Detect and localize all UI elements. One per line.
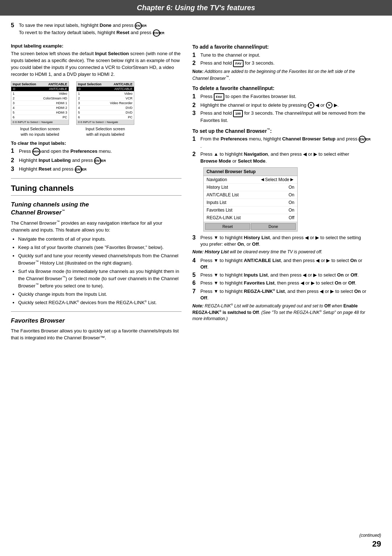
screen1-row-2: 2ColorStream HD <box>11 96 69 101</box>
divider-2 <box>11 195 181 196</box>
right-column: To add a favorite channel/input: 1 Tune … <box>192 40 367 344</box>
features-list: Navigate the contents of all of your inp… <box>11 236 181 306</box>
del-fav-step-3-text: Press and hold 100 for 3 seconds. The ch… <box>200 110 367 124</box>
page-footer: (continued) 29 <box>359 533 381 549</box>
cb-step-5-num: 5 <box>192 272 198 278</box>
favorites-browser-body: The Favorites Browser allows you to quic… <box>11 328 181 342</box>
chapter-title: Chapter 6: Using the TV's features <box>0 4 392 12</box>
cbs-regza-label: REGZA-LINK List <box>207 215 241 220</box>
add-fav-note: Note: Additions are added to the beginni… <box>192 69 367 82</box>
screen2-row-6: 6PC <box>77 115 134 120</box>
regza-note: Note: REGZA-LINK® List will be automatic… <box>192 303 367 322</box>
cbs-reset-btn[interactable]: Reset <box>205 223 250 230</box>
clear-step-3-num: 3 <box>11 166 17 173</box>
add-fav-step-1-text: Tune to the channel or input. <box>200 52 260 58</box>
screen2-container: Input Selection ANT/CABLE ⊙ANT/CABLE 1Vi… <box>76 81 134 137</box>
bullet-3: Quickly surf and tune your recently view… <box>18 253 181 267</box>
cb-step-5: 5 Press ▼ to highlight Inputs List, and … <box>192 272 367 278</box>
bullet-1: Navigate the contents of all of your inp… <box>18 236 181 243</box>
chapter-header: Chapter 6: Using the TV's features <box>0 0 392 16</box>
screen1-box: Input Selection ANT/CABLE ⊙ANT/CABLE 1Vi… <box>11 81 69 125</box>
screen2-row-3: 3Video Recorder <box>77 101 134 106</box>
cbs-done-btn[interactable]: Done <box>251 223 296 230</box>
divider-3 <box>11 311 181 312</box>
del-fav-step-2: 2 Highlight the channel or input to dele… <box>192 102 367 109</box>
clear-step-2-num: 2 <box>11 157 17 164</box>
cb-step-2-num: 2 <box>192 151 198 164</box>
enter-button-icon3: ENTER <box>94 157 101 164</box>
del-fav-step-1-text: Press FAV to open the Favorites browser … <box>200 93 296 101</box>
example-body: The screen below left shows the default … <box>11 50 181 78</box>
clear-step-1-num: 1 <box>11 148 17 156</box>
fav-button-icon2: FAV <box>214 93 224 101</box>
cb-step-1-num: 1 <box>192 136 198 150</box>
screen1-ant: ANT/CABLE <box>48 82 67 86</box>
cbs-row-antcable: ANT/CABLE List On <box>204 191 297 199</box>
cb-step-5-text: Press ▼ to highlight Inputs List, and th… <box>200 272 359 278</box>
next-button-icon: N <box>326 102 332 109</box>
divider-1 <box>11 178 181 179</box>
clear-step-1-text: Press MENU and open the Preferences menu… <box>19 148 112 156</box>
del-fav-step-2-text: Highlight the channel or input to delete… <box>200 102 339 109</box>
bullet-5: Quickly change inputs from the Inputs Li… <box>18 291 181 298</box>
cbs-history-value: On <box>289 185 294 190</box>
screen1-row-4: 4HDMI 2 <box>11 106 69 110</box>
cbs-favorites-label: Favorites List <box>207 208 232 213</box>
cb-step-4-text: Press ▼ to highlight ANT/CABLE List, and… <box>200 257 367 270</box>
cbs-nav-row: Navigation ◀ Select Mode ▶ <box>204 176 297 184</box>
tuning-channels-heading: Tuning channels <box>11 184 181 193</box>
100-button-icon: 100 <box>233 110 243 117</box>
clear-step-2: 2 Highlight Input Labeling and press ENT… <box>11 157 181 164</box>
screen2-row-2: 2VCR <box>77 96 134 101</box>
cb-step-4: 4 Press ▼ to highlight ANT/CABLE List, a… <box>192 257 367 270</box>
cb-step-4-num: 4 <box>192 257 198 270</box>
add-fav-step-2-num: 2 <box>192 60 198 67</box>
screen1-header: Input Selection ANT/CABLE <box>11 82 69 87</box>
screens-container: Input Selection ANT/CABLE ⊙ANT/CABLE 1Vi… <box>11 81 181 137</box>
enter-button-icon: ENTER <box>135 22 142 29</box>
clear-step-1: 1 Press MENU and open the Preferences me… <box>11 148 181 156</box>
add-fav-step-2-text: Press and hold FAV for 3 seconds. <box>200 60 274 67</box>
favorites-browser-heading: Favorites Browser <box>11 317 181 325</box>
cbs-history-label: History List <box>207 185 228 190</box>
bullet-6: Quickly select REGZA-LINK® devices from … <box>18 299 181 306</box>
screen2-box: Input Selection ANT/CABLE ⊙ANT/CABLE 1Vi… <box>76 81 134 125</box>
screen1-row-5: 5HDMI 3 <box>11 110 69 115</box>
channel-browser-heading: Tuning channels using theChannel Browser… <box>11 201 181 217</box>
channel-browser-setup-title: To set up the Channel Browser™: <box>192 128 367 134</box>
cb-step-7: 7 Press ▼ to highlight REGZA-LINK® List,… <box>192 288 367 302</box>
del-fav-step-3: 3 Press and hold 100 for 3 seconds. The … <box>192 110 367 124</box>
step-5-text: To save the new input labels, highlight … <box>19 22 161 37</box>
cbs-regza-value: Off <box>289 215 294 220</box>
step-5-item: 5 To save the new input labels, highligh… <box>11 22 381 37</box>
cbs-table: Channel Browser Setup Navigation ◀ Selec… <box>203 167 298 232</box>
screen2-caption: Input Selection screenwith all inputs la… <box>76 126 134 137</box>
screen2-title: Input Selection <box>78 82 102 86</box>
cb-step-3-text: Press ▼ to highlight History List, and t… <box>200 234 367 248</box>
channel-browser-intro: The Channel Browser™ provides an easy na… <box>11 220 181 234</box>
menu-button-icon: MENU <box>32 148 40 156</box>
cbs-row-inputs: Inputs List On <box>204 199 297 207</box>
cbs-row-history: History List On <box>204 184 297 191</box>
screen1-row-0: ⊙ANT/CABLE <box>11 87 69 91</box>
cb-step-7-num: 7 <box>192 288 198 302</box>
back-button-icon: B <box>308 102 314 109</box>
cb-step-2-text: Press ▲ to highlight Navigation, and the… <box>200 151 367 164</box>
add-fav-step-2: 2 Press and hold FAV for 3 seconds. <box>192 60 367 67</box>
cbs-nav-label: Navigation <box>207 177 260 182</box>
cb-step-6: 6 Press ▼ to highlight Favorites List, t… <box>192 280 367 286</box>
enter-button-icon2: ENTER <box>153 29 160 37</box>
cbs-right-arrow: ▶ <box>290 177 293 182</box>
cbs-inputs-value: On <box>289 200 294 205</box>
cb-step-6-text: Press ▼ to highlight Favorites List, the… <box>200 280 356 286</box>
left-column: Input labeling example: The screen below… <box>11 40 181 344</box>
cbs-antcable-label: ANT/CABLE List <box>207 192 239 197</box>
screen1-footer: 0 6 INPUT to Select ↕ Navigate <box>11 120 69 124</box>
history-note: Note: History List will be cleared every… <box>192 249 367 255</box>
enter-button-icon4: ENTER <box>75 166 82 173</box>
cb-step-2: 2 Press ▲ to highlight Navigation, and t… <box>192 151 367 164</box>
screen2-row-4: 4DVD <box>77 106 134 110</box>
cbs-inputs-label: Inputs List <box>207 200 226 205</box>
bullet-2: Keep a list of your favorite channels (s… <box>18 244 181 251</box>
del-fav-step-3-num: 3 <box>192 110 198 124</box>
